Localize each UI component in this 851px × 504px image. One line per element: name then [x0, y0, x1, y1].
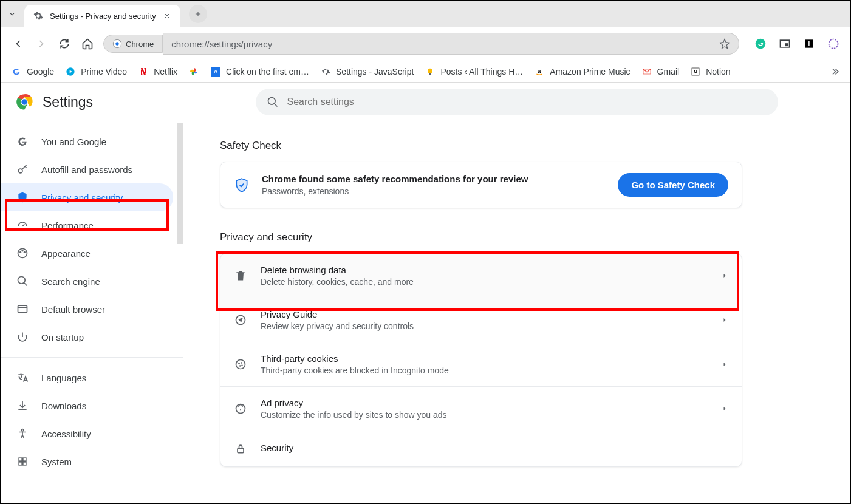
a-icon: A [210, 66, 221, 77]
extension-icons: I [748, 37, 840, 50]
sidebar-item-accessibility[interactable]: Accessibility [1, 420, 183, 448]
svg-text:I: I [808, 41, 810, 47]
row-subtitle: Customize the info used by sites to show… [261, 410, 708, 420]
chevron-right-icon [721, 361, 728, 368]
cookie-icon [234, 358, 247, 371]
row-security[interactable]: Security [220, 431, 742, 466]
bookmark-gmail[interactable]: Gmail [641, 66, 680, 77]
palette-icon [16, 247, 29, 260]
row-privacy-guide[interactable]: Privacy GuideReview key privacy and secu… [220, 298, 742, 342]
site-chip-label: Chrome [126, 39, 154, 49]
go-to-safety-check-button[interactable]: Go to Safety Check [618, 173, 728, 197]
bookmark-label: Amazon Prime Music [550, 67, 630, 77]
row-title: Ad privacy [261, 398, 708, 408]
search-settings-input[interactable] [287, 97, 767, 107]
netflix-icon [138, 66, 149, 77]
sidebar-item-label: Appearance [41, 248, 91, 259]
sidebar-item-autofill[interactable]: Autofill and passwords [1, 155, 183, 183]
bookmark-star-icon[interactable] [719, 38, 730, 49]
chevron-right-icon [721, 316, 728, 324]
svg-text:N: N [694, 69, 697, 75]
bookmark-label: Google [27, 67, 54, 77]
amazon-icon: a [534, 66, 545, 77]
forward-button[interactable] [34, 36, 49, 51]
bookmark-label: Posts ‹ All Things H… [440, 67, 523, 77]
sidebar-scrollbar[interactable] [177, 123, 183, 244]
play-icon [65, 66, 76, 77]
bookmarks-overflow[interactable] [829, 66, 840, 77]
sidebar-item-languages[interactable]: Languages [1, 364, 183, 392]
speed-icon [16, 219, 29, 232]
sidebar-item-default-browser[interactable]: Default browser [1, 295, 183, 323]
site-chip[interactable]: Chrome [103, 35, 163, 53]
search-settings[interactable] [256, 89, 778, 115]
sidebar-item-downloads[interactable]: Downloads [1, 392, 183, 420]
row-title: Privacy Guide [261, 309, 708, 319]
bookmark-photos[interactable] [188, 66, 199, 77]
safety-check-subtitle: Passwords, extensions [262, 186, 606, 196]
sidebar-item-you-and-google[interactable]: You and Google [1, 128, 183, 155]
svg-point-7 [829, 39, 838, 49]
sidebar-item-privacy[interactable]: Privacy and security [1, 183, 173, 211]
bookmark-amazon-music[interactable]: aAmazon Prime Music [534, 66, 630, 77]
browser-icon [16, 302, 29, 316]
bookmark-click-first[interactable]: AClick on the first em… [210, 66, 309, 77]
nav-bar: Chrome chrome://settings/privacy I [1, 27, 850, 61]
bookmark-netflix[interactable]: Netflix [138, 66, 177, 77]
settings-page: Settings You and Google Autofill and pas… [1, 83, 850, 497]
tab-title: Settings - Privacy and security [50, 12, 156, 21]
bookmark-google[interactable]: Google [11, 66, 54, 77]
close-icon[interactable] [162, 11, 172, 21]
svg-point-20 [18, 169, 22, 173]
sidebar-item-system[interactable]: System [1, 448, 183, 475]
sidebar-item-label: Accessibility [41, 429, 91, 439]
row-ad-privacy[interactable]: Ad privacyCustomize the info used by sit… [220, 387, 742, 431]
row-title: Security [261, 443, 728, 453]
safety-check-title: Chrome found some safety recommendations… [262, 174, 606, 184]
compass-icon [234, 313, 247, 327]
row-subtitle: Review key privacy and security controls [261, 321, 708, 331]
ads-icon [234, 402, 247, 415]
g-icon [16, 135, 29, 148]
bookmark-notion[interactable]: NNotion [690, 66, 730, 77]
address-bar[interactable]: chrome://settings/privacy [163, 33, 739, 55]
row-third-party-cookies[interactable]: Third-party cookiesThird-party cookies a… [220, 342, 742, 387]
back-button[interactable] [11, 36, 26, 51]
new-tab-button[interactable] [189, 5, 207, 23]
lock-icon [234, 442, 247, 455]
sidebar-item-label: On startup [41, 332, 84, 342]
bookmark-posts[interactable]: Posts ‹ All Things H… [425, 66, 523, 77]
svg-rect-31 [23, 462, 26, 465]
google-icon [11, 66, 22, 77]
svg-point-35 [238, 363, 240, 364]
active-tab[interactable]: Settings - Privacy and security [24, 5, 180, 27]
bookmark-prime-video[interactable]: Prime Video [65, 66, 127, 77]
svg-rect-4 [785, 43, 788, 46]
row-delete-browsing-data[interactable]: Delete browsing dataDelete history, cook… [220, 254, 742, 298]
instapaper-icon[interactable]: I [802, 37, 816, 50]
svg-point-25 [18, 277, 26, 284]
extension-misc-icon[interactable] [827, 37, 840, 50]
trash-icon [234, 269, 247, 282]
bookmark-label: Notion [706, 67, 730, 77]
grammarly-icon[interactable] [754, 37, 767, 50]
sidebar-item-search-engine[interactable]: Search engine [1, 267, 183, 295]
sidebar-item-on-startup[interactable]: On startup [1, 323, 183, 351]
svg-rect-30 [19, 462, 22, 465]
svg-rect-26 [18, 305, 27, 313]
notion-icon: N [690, 66, 701, 77]
sidebar-item-appearance[interactable]: Appearance [1, 239, 183, 267]
pip-icon[interactable] [778, 37, 791, 50]
reload-button[interactable] [57, 36, 72, 51]
home-button[interactable] [80, 36, 95, 51]
sidebar-item-label: Performance [41, 220, 94, 231]
sidebar-item-label: Search engine [41, 276, 100, 287]
bookmark-label: Prime Video [81, 67, 127, 77]
svg-point-1 [115, 42, 118, 45]
tab-search-dropdown[interactable] [5, 7, 19, 21]
sidebar-item-label: Privacy and security [41, 192, 123, 203]
bookmark-settings-js[interactable]: Settings - JavaScript [320, 66, 414, 77]
settings-main: Safety Check Chrome found some safety re… [183, 83, 850, 497]
sidebar-item-performance[interactable]: Performance [1, 211, 183, 239]
svg-point-22 [20, 252, 21, 253]
